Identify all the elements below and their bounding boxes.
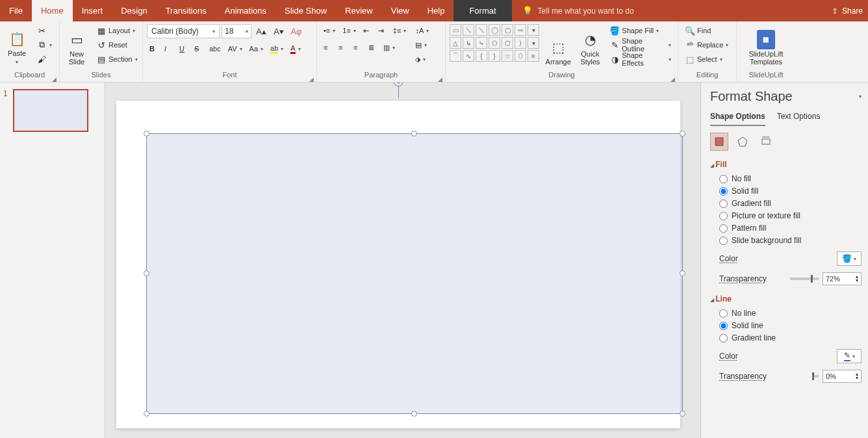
shape-effects-button[interactable]: ◑Shape Effects▾ <box>607 53 674 66</box>
radio-solid-fill[interactable]: Solid fill <box>719 187 862 196</box>
tab-slideshow[interactable]: Slide Show <box>275 0 336 21</box>
tab-insert[interactable]: Insert <box>73 0 112 21</box>
fill-transparency-input[interactable]: 72%▴▾ <box>823 272 862 285</box>
radio-pattern-fill[interactable]: Pattern fill <box>719 224 862 233</box>
shape-conn-icon[interactable]: ⤷ <box>476 37 487 49</box>
replace-button[interactable]: ᵃᵇReplace▾ <box>682 38 731 51</box>
tab-review[interactable]: Review <box>336 0 382 21</box>
tab-home[interactable]: Home <box>32 0 73 21</box>
shape-hex-icon[interactable]: ⬡ <box>502 37 513 49</box>
cut-button[interactable]: ✂ <box>34 24 55 37</box>
share-button[interactable]: ⇪ Share <box>826 0 868 21</box>
shape-more-icon[interactable]: ▾ <box>528 37 539 49</box>
line-color-picker[interactable]: ✎▾ <box>837 349 862 363</box>
resize-handle-tr[interactable] <box>680 131 685 136</box>
pane-tab-shape-options[interactable]: Shape Options <box>710 112 765 126</box>
line-section-header[interactable]: Line <box>710 294 862 303</box>
tab-file[interactable]: File <box>0 0 32 21</box>
char-spacing-button[interactable]: AV▾ <box>225 42 245 55</box>
tab-animations[interactable]: Animations <box>216 0 275 21</box>
shape-exp-icon[interactable]: ≡ <box>528 50 539 62</box>
resize-handle-r[interactable] <box>680 270 685 276</box>
align-center-button[interactable]: ≡ <box>336 41 349 54</box>
shadow-button[interactable]: abc <box>207 42 223 55</box>
radio-solid-line[interactable]: Solid line <box>719 321 862 330</box>
shapes-gallery[interactable]: ▭ ＼ ＼ ◯ ▢ ⇨ ▾ △ ↳ ⤷ ⬠ ⬡ ⟩ ▾ ⌒ ∿ { } ☆ ⬯ <box>450 24 539 62</box>
justify-button[interactable]: ≣ <box>366 41 379 54</box>
line-spacing-button[interactable]: ‡≡▾ <box>390 24 409 37</box>
line-transparency-slider[interactable] <box>812 375 819 378</box>
inc-indent-button[interactable]: ⇥ <box>376 24 389 37</box>
resize-handle-t[interactable] <box>411 131 417 136</box>
copy-button[interactable]: ⧉▾ <box>34 38 55 51</box>
shape-brace-icon[interactable]: { <box>476 50 487 62</box>
effects-tab-icon[interactable] <box>734 133 752 151</box>
resize-handle-br[interactable] <box>680 411 685 417</box>
tab-transitions[interactable]: Transitions <box>157 0 216 21</box>
paste-button[interactable]: 📋 Paste▾ <box>4 24 30 67</box>
find-button[interactable]: 🔍Find <box>682 24 731 37</box>
radio-no-fill[interactable]: No fill <box>719 174 862 183</box>
selected-shape[interactable] <box>146 133 683 414</box>
align-right-button[interactable]: ≡ <box>351 41 364 54</box>
fill-line-tab-icon[interactable] <box>710 133 728 151</box>
radio-picture-fill[interactable]: Picture or texture fill <box>719 211 862 220</box>
slide-canvas-area[interactable]: ↻ <box>105 83 700 438</box>
arrange-button[interactable]: ⬚ Arrange <box>543 24 573 67</box>
italic-button[interactable]: I <box>162 42 175 55</box>
radio-gradient-fill[interactable]: Gradient fill <box>719 199 862 208</box>
dec-indent-button[interactable]: ⇤ <box>361 24 374 37</box>
clear-format-button[interactable]: Aφ <box>288 25 304 38</box>
shape-pent-icon[interactable]: ⬠ <box>489 37 500 49</box>
new-slide-button[interactable]: ▭ New Slide <box>64 24 90 67</box>
highlight-button[interactable]: ab▾ <box>268 42 286 55</box>
shape-down-icon[interactable]: ▾ <box>528 24 539 36</box>
strike-button[interactable]: S <box>192 42 205 55</box>
layout-button[interactable]: ▦Layout▾ <box>94 24 140 37</box>
slide-thumbnail-1[interactable] <box>13 89 88 132</box>
underline-button[interactable]: U <box>177 42 190 55</box>
tab-help[interactable]: Help <box>418 0 454 21</box>
align-left-button[interactable]: ≡ <box>321 41 334 54</box>
pane-menu-button[interactable]: ▾ <box>859 94 862 99</box>
quick-styles-button[interactable]: ◔ Quick Styles <box>577 24 603 67</box>
columns-button[interactable]: ▥▾ <box>381 41 398 54</box>
shape-chev-icon[interactable]: ⟩ <box>515 37 526 49</box>
line-transparency-input[interactable]: 0%▴▾ <box>823 370 862 383</box>
fill-transparency-slider[interactable] <box>790 277 819 280</box>
tab-design[interactable]: Design <box>112 0 156 21</box>
resize-handle-b[interactable] <box>411 411 417 417</box>
font-size-combo[interactable]: 18▾ <box>222 24 251 38</box>
shape-fill-button[interactable]: 🪣Shape Fill▾ <box>607 24 674 37</box>
radio-no-line[interactable]: No line <box>719 309 862 318</box>
bullets-button[interactable]: •≡▾ <box>321 24 338 37</box>
shape-curve-icon[interactable]: ∿ <box>463 50 474 62</box>
shape-line-icon[interactable]: ＼ <box>463 24 474 36</box>
reset-button[interactable]: ↺Reset <box>94 38 140 51</box>
fill-color-picker[interactable]: 🪣▾ <box>837 251 862 266</box>
shape-rect-icon[interactable]: ▭ <box>450 24 461 36</box>
resize-handle-tl[interactable] <box>144 131 149 136</box>
shape-callout-icon[interactable]: ⬯ <box>515 50 526 62</box>
bold-button[interactable]: B <box>147 42 160 55</box>
grow-font-button[interactable]: A▴ <box>253 25 269 38</box>
fill-section-header[interactable]: Fill <box>710 160 862 169</box>
slide[interactable]: ↻ <box>116 101 680 428</box>
shape-oval-icon[interactable]: ◯ <box>489 24 500 36</box>
font-color-button[interactable]: A▾ <box>288 42 303 55</box>
numbering-button[interactable]: 1≡▾ <box>340 24 359 37</box>
radio-slidebg-fill[interactable]: Slide background fill <box>719 236 862 245</box>
shape-square-icon[interactable]: ▢ <box>502 24 513 36</box>
shape-star-icon[interactable]: ☆ <box>502 50 513 62</box>
shape-brace2-icon[interactable]: } <box>489 50 500 62</box>
shape-arrow-icon[interactable]: ⇨ <box>515 24 526 36</box>
section-button[interactable]: ▤Section▾ <box>94 53 140 66</box>
tab-format[interactable]: Format <box>453 0 511 21</box>
resize-handle-bl[interactable] <box>144 411 149 417</box>
tab-view[interactable]: View <box>382 0 418 21</box>
align-text-button[interactable]: ▤▾ <box>413 38 431 51</box>
shrink-font-button[interactable]: A▾ <box>271 25 287 38</box>
smartart-button[interactable]: ⬗▾ <box>413 53 431 66</box>
change-case-button[interactable]: Aa▾ <box>247 42 266 55</box>
shape-tri-icon[interactable]: △ <box>450 37 461 49</box>
